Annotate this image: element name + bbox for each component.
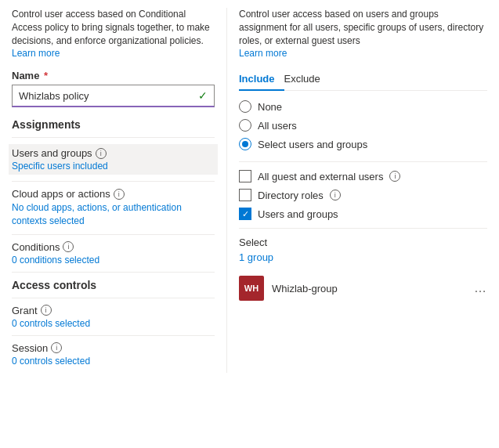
checkbox-group: All guest and external users i Directory… [239, 170, 487, 220]
conditions-section: Conditions i 0 conditions selected [12, 241, 215, 266]
access-controls-title: Access controls [12, 279, 215, 291]
conditions-label: Conditions i [12, 241, 215, 253]
grant-value[interactable]: 0 controls selected [12, 318, 215, 329]
left-panel: Control user access based on Conditional… [0, 8, 227, 373]
access-divider [12, 298, 215, 298]
radio-divider [239, 161, 487, 162]
more-options-icon[interactable]: … [474, 281, 487, 295]
checkbox-directory-box [239, 189, 251, 201]
users-divider [12, 181, 215, 182]
cloud-apps-info-icon[interactable]: i [114, 189, 125, 200]
conditions-value[interactable]: 0 conditions selected [12, 255, 215, 266]
checkbox-guest-box [239, 170, 251, 182]
cloud-apps-value[interactable]: No cloud apps, actions, or authenticatio… [12, 201, 215, 228]
session-label: Session i [12, 342, 215, 354]
directory-info-icon[interactable]: i [330, 190, 341, 201]
select-value[interactable]: 1 group [239, 251, 487, 263]
checkbox-users-groups-box: ✓ [239, 208, 251, 220]
left-description: Control user access based on Conditional… [12, 8, 215, 60]
group-row: WH Whizlab-group … [239, 271, 487, 305]
radio-none-circle [239, 100, 251, 113]
cloud-divider [12, 234, 215, 235]
radio-none[interactable]: None [239, 100, 487, 113]
select-label: Select [239, 237, 487, 248]
checkmark-icon: ✓ [198, 89, 208, 102]
name-input[interactable]: Whizlabs policy ✓ [12, 85, 215, 107]
checkbox-users-groups[interactable]: ✓ Users and groups [239, 208, 487, 220]
conditions-divider [12, 272, 215, 273]
guest-info-icon[interactable]: i [389, 171, 400, 182]
left-learn-more-link[interactable]: Learn more [12, 48, 60, 59]
cloud-apps-section: Cloud apps or actions i No cloud apps, a… [12, 188, 215, 228]
grant-section: Grant i 0 controls selected [12, 305, 215, 329]
users-groups-info-icon[interactable]: i [96, 148, 107, 159]
radio-select-users[interactable]: Select users and groups [239, 138, 487, 150]
required-star: * [41, 70, 48, 81]
assignments-divider [12, 137, 215, 138]
right-learn-more-link[interactable]: Learn more [239, 48, 287, 59]
group-name: Whizlab-group [272, 283, 466, 294]
users-groups-label: Users and groups i [12, 147, 215, 159]
checkbox-divider [239, 228, 487, 229]
users-groups-section[interactable]: Users and groups i Specific users includ… [9, 144, 218, 175]
name-label: Name * [12, 70, 215, 81]
checkbox-directory[interactable]: Directory roles i [239, 189, 487, 201]
group-avatar: WH [239, 276, 264, 301]
session-value[interactable]: 0 controls selected [12, 356, 215, 367]
checkbox-checkmark-icon: ✓ [242, 210, 249, 219]
tab-include[interactable]: Include [239, 68, 284, 91]
conditions-info-icon[interactable]: i [63, 241, 74, 252]
grant-divider [12, 335, 215, 336]
tab-exclude[interactable]: Exclude [284, 68, 330, 91]
session-section: Session i 0 controls selected [12, 342, 215, 367]
radio-inner-dot [242, 141, 248, 147]
right-panel: Control user access based on users and g… [227, 8, 499, 373]
radio-all-users-circle [239, 119, 251, 132]
session-info-icon[interactable]: i [51, 342, 62, 353]
checkbox-guest[interactable]: All guest and external users i [239, 170, 487, 182]
radio-all-users[interactable]: All users [239, 119, 487, 132]
cloud-apps-label: Cloud apps or actions i [12, 188, 215, 200]
assignments-title: Assignments [12, 118, 215, 131]
grant-info-icon[interactable]: i [41, 305, 52, 316]
right-description: Control user access based on users and g… [239, 8, 487, 60]
tabs-container: Include Exclude [239, 68, 487, 91]
radio-group: None All users Select users and groups [239, 100, 487, 150]
users-groups-value[interactable]: Specific users included [12, 161, 215, 172]
radio-select-circle [239, 138, 251, 150]
grant-label: Grant i [12, 305, 215, 316]
